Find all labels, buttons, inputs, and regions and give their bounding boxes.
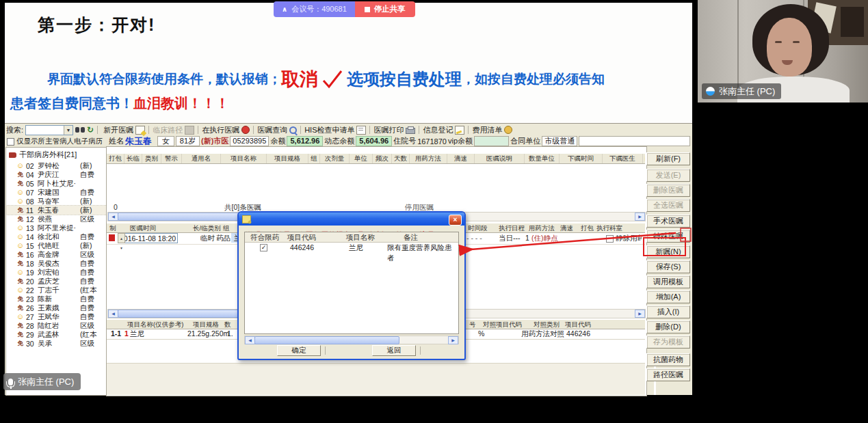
patient-tag-icon: 免 <box>16 207 25 213</box>
patient-tree-item-02[interactable]: ☺02罗钟松(新) <box>6 161 107 170</box>
patient-tree-item-30[interactable]: 免30吴承区级 <box>6 339 107 348</box>
meeting-id-pill[interactable]: ∧ 会议号：490681 <box>274 1 355 17</box>
checkbox-icon[interactable] <box>7 138 14 146</box>
smiley-icon: ☺ <box>16 269 25 276</box>
patient-tree-item-04[interactable]: 免04尹庆江自费 <box>6 170 107 179</box>
scroll-left-icon[interactable]: ◀ <box>108 213 118 221</box>
patient-tree-item-14[interactable]: ☺14徐北和自费 <box>6 232 107 241</box>
grid1-header-cell: 项目规格 <box>267 154 308 163</box>
patient-tree-item-12[interactable]: 免12侯燕区级 <box>6 215 107 223</box>
toolbar-button-7[interactable]: 信息登记 <box>421 125 466 135</box>
search-binoculars-icon[interactable] <box>75 126 85 133</box>
patient-tree-item-28[interactable]: 免28陆红岩区级 <box>6 321 107 330</box>
action-button-手术医嘱[interactable]: 手术医嘱 <box>646 215 690 228</box>
toolbar-button-2[interactable]: 临床路径 <box>150 125 196 135</box>
chevron-down-icon[interactable]: ▼ <box>64 126 73 135</box>
action-button-存为模板[interactable]: 存为模板 <box>646 336 690 349</box>
webcam-video[interactable]: 张南主任 (PC) <box>698 0 868 103</box>
patient-tree-item-07[interactable]: ☺07宋建国自费 <box>6 188 107 197</box>
dialog-scrollbar[interactable]: ◀ ▶ <box>244 336 459 344</box>
meeting-banner: ∧ 会议号：490681 停止共享 <box>274 1 415 17</box>
patient-no: 13 <box>26 224 38 232</box>
grid1-header-cell: 下嘱时间 <box>560 154 603 163</box>
scroll-thumb[interactable] <box>254 336 399 344</box>
patient-tree-item-13[interactable]: ☺13阿不里米提· <box>6 223 107 232</box>
grid2-header-cell: 执行科室 <box>596 223 622 233</box>
dialog-titlebar[interactable]: × <box>239 213 464 226</box>
grid3-header-cell: 项目代码 <box>565 320 591 329</box>
action-button-调用模板[interactable]: 调用模板 <box>646 275 690 288</box>
toolbar-separator <box>369 126 370 134</box>
toolbar-button-4[interactable]: 医嘱查询 <box>255 125 299 135</box>
grid3-header-cell: 项目名称(仅供参考) <box>127 320 183 329</box>
toolbar-button-8[interactable]: 费用清单 <box>470 125 514 135</box>
action-button-路径医嘱[interactable]: 路径医嘱 <box>646 368 690 381</box>
item-code-cell: 446246 <box>290 243 314 253</box>
action-button-删除医嘱[interactable]: 删除医嘱 <box>646 184 690 197</box>
scroll-right-icon[interactable]: ▶ <box>635 213 645 221</box>
patient-no: 07 <box>26 189 38 197</box>
patient-tree-item-26[interactable]: 免26王素娥自费 <box>6 303 107 312</box>
patient-tree-item-05[interactable]: 免05阿卜杜艾尼· <box>6 179 107 188</box>
patient-tag-icon: 免 <box>16 216 25 222</box>
action-button-刷新F[interactable]: 刷新(F) <box>646 152 690 165</box>
patient-tree-item-08[interactable]: ☺08马奋军(新) <box>6 197 107 206</box>
action-button-保存S[interactable]: 保存(S) <box>646 260 690 273</box>
action-button-增加A[interactable]: 增加(A) <box>646 290 690 303</box>
patient-tree-item-19[interactable]: ☺19刘宏铂自费 <box>6 268 107 277</box>
action-button-全选医嘱[interactable]: 全选医嘱 <box>646 199 690 212</box>
patient-pay-type: 自费 <box>80 303 94 313</box>
chevron-up-icon: ∧ <box>282 6 287 13</box>
toolbar-separator <box>148 126 149 134</box>
toolbar-button-6[interactable]: 医嘱打印 <box>371 125 417 135</box>
scroll-right-icon[interactable]: ▶ <box>448 336 458 344</box>
toolbar-button-3[interactable]: 在执行医嘱 <box>200 125 252 135</box>
action-button-新嘱N[interactable]: 新嘱(N) <box>646 245 690 258</box>
patient-name: 尹庆江 <box>38 170 80 180</box>
tree-root-department[interactable]: 干部病房外科[21] <box>6 148 107 161</box>
grid1-header-cell: 警示 <box>161 154 182 163</box>
action-button-特殊医嘱[interactable]: 特殊医嘱 <box>646 230 690 243</box>
back-button[interactable]: 返回 <box>372 345 416 356</box>
patient-tree-item-11[interactable]: 免11朱玉春(新) <box>6 206 107 215</box>
dialog-table-row[interactable]: ✓ 446246 兰尼 限有重度营养风险患者 <box>245 243 458 253</box>
toolbar-button-5[interactable]: HIS检查申请单 <box>302 125 368 135</box>
status-strip <box>107 363 645 395</box>
patient-tree-item-22[interactable]: ☺22丁志千(红本 <box>6 286 107 295</box>
unit-value: 市级普通 <box>542 136 577 146</box>
scroll-left-icon[interactable]: ◀ <box>108 310 118 318</box>
patient-tag-icon: 免 <box>16 180 25 187</box>
dyn-balance-value: 5,604.96 <box>356 136 392 146</box>
patient-no: 04 <box>26 171 38 179</box>
detail-spec-cell: 21.25g.250m <box>187 329 229 338</box>
patient-tree-item-27[interactable]: ☺27王斌华自费 <box>6 312 107 321</box>
patient-tree-item-18[interactable]: 免18吴俊杰自费 <box>6 259 107 268</box>
search-input[interactable]: ▼ <box>25 125 73 135</box>
action-button-插入I[interactable]: 插入(I) <box>646 305 690 318</box>
spinner-icon[interactable]: ▲▼ <box>118 233 125 243</box>
camera-name-badge: 张南主任 (PC) <box>702 83 781 99</box>
name-label: 姓名 <box>109 136 124 146</box>
confirm-button[interactable]: 确定 <box>277 345 321 356</box>
stop-share-button[interactable]: 停止共享 <box>355 1 415 17</box>
action-button-删除D[interactable]: 删除(D) <box>646 320 690 333</box>
grid1-header-cell: 频次 <box>373 154 392 163</box>
patient-tree-item-20[interactable]: 免20孟庆芝自费 <box>6 277 107 286</box>
filter-checkbox-row[interactable]: 仅显示所主管病人电子病历 <box>7 137 108 146</box>
close-icon[interactable]: × <box>449 215 462 226</box>
action-button-抗菌药物[interactable]: 抗菌药物 <box>646 353 690 366</box>
patient-no: 11 <box>26 206 38 215</box>
patient-tree-item-29[interactable]: 免29武孟林(红本 <box>6 330 107 339</box>
patient-tree-item-15[interactable]: ☺15代艳旺(新) <box>6 241 107 250</box>
scroll-left-icon[interactable]: ◀ <box>245 336 255 344</box>
patient-tag-icon: 免 <box>16 340 25 346</box>
scroll-right-icon[interactable]: ▶ <box>635 310 645 318</box>
refresh-icon[interactable]: ↻ <box>87 126 94 134</box>
query-icon <box>289 126 297 134</box>
patient-no: 22 <box>26 286 38 295</box>
action-button-发送E[interactable]: 发送(E) <box>646 169 690 182</box>
patient-tree-item-23[interactable]: 免23陈新自费 <box>6 295 107 303</box>
toolbar-button-label: 新开医嘱 <box>103 125 133 135</box>
patient-tree-item-16[interactable]: 免16高金牌区级 <box>6 250 107 259</box>
toolbar-button-1[interactable]: 新开医嘱 <box>101 125 147 135</box>
